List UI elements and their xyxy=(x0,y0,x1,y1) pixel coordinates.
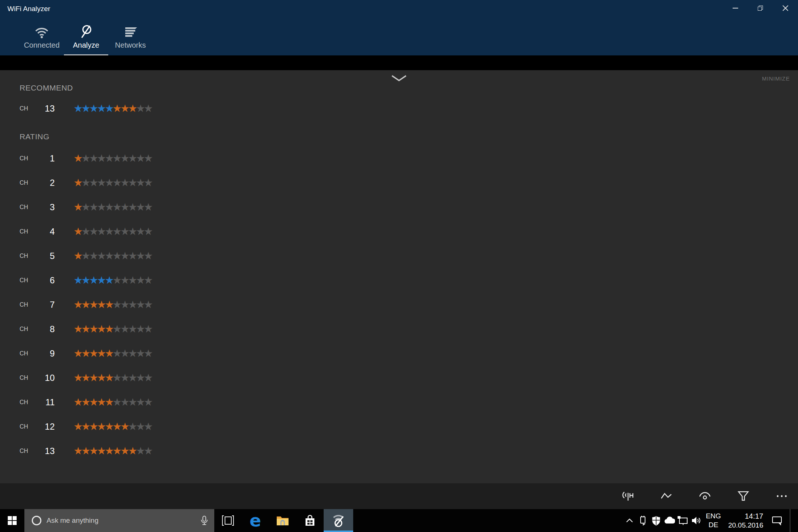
star-icon: ★ xyxy=(105,347,112,359)
star-icon: ★ xyxy=(144,372,151,384)
star-icon: ★ xyxy=(144,225,151,238)
star-icon: ★ xyxy=(120,177,128,189)
star-icon: ★ xyxy=(128,225,136,238)
channel-row: CH7★★★★★★★★★★ xyxy=(0,293,798,317)
notification-icon xyxy=(771,515,783,526)
star-icon: ★ xyxy=(105,274,112,286)
channel-number: 4 xyxy=(33,226,55,237)
star-icon: ★ xyxy=(81,152,89,164)
star-icon: ★ xyxy=(136,250,144,262)
channel-row: CH2★★★★★★★★★★ xyxy=(0,171,798,195)
filter-icon[interactable] xyxy=(733,486,754,507)
analyze-panel: MINIMIZE RECOMMEND CH13★★★★★★★★★★ RATING… xyxy=(0,70,798,483)
start-button[interactable] xyxy=(0,509,24,532)
search-box[interactable] xyxy=(24,509,214,532)
rating-header: RATING xyxy=(20,132,50,141)
star-rating: ★★★★★★★★★★ xyxy=(74,397,151,407)
star-icon: ★ xyxy=(97,396,105,408)
channel-row: CH10★★★★★★★★★★ xyxy=(0,366,798,390)
tab-analyze[interactable]: Analyze xyxy=(64,20,108,55)
signal-strength-icon[interactable] xyxy=(618,486,638,507)
channel-number: 3 xyxy=(33,202,55,212)
chart-line-icon[interactable] xyxy=(656,486,677,507)
task-view-button[interactable] xyxy=(214,509,242,532)
clock[interactable]: 14:17 20.05.2016 xyxy=(724,512,765,530)
chevron-down-icon[interactable] xyxy=(391,75,407,82)
tab-label: Networks xyxy=(115,41,146,50)
star-icon: ★ xyxy=(89,445,97,457)
taskbar-app-file-explorer[interactable] xyxy=(269,509,296,532)
star-icon: ★ xyxy=(97,250,105,262)
language-switcher[interactable]: ENG DE xyxy=(703,512,724,529)
star-icon: ★ xyxy=(89,201,97,213)
channel-label: CH xyxy=(20,277,33,284)
star-icon: ★ xyxy=(74,274,81,286)
star-icon: ★ xyxy=(105,201,112,213)
recommend-rows: CH13★★★★★★★★★★ xyxy=(0,97,798,120)
onedrive-cloud-icon[interactable] xyxy=(663,509,676,532)
notification-center-button[interactable] xyxy=(765,509,788,532)
star-icon: ★ xyxy=(128,445,136,457)
star-icon: ★ xyxy=(136,323,144,335)
star-icon: ★ xyxy=(81,250,89,262)
usb-icon[interactable] xyxy=(636,509,649,532)
more-ellipsis-icon[interactable] xyxy=(771,486,792,507)
rating-rows: CH1★★★★★★★★★★CH2★★★★★★★★★★CH3★★★★★★★★★★C… xyxy=(0,146,798,463)
star-icon: ★ xyxy=(97,201,105,213)
network-icon[interactable] xyxy=(676,509,689,532)
wifi-icon xyxy=(34,24,50,40)
channel-row: CH13★★★★★★★★★★ xyxy=(0,439,798,463)
channel-number: 1 xyxy=(33,153,55,164)
volume-icon[interactable] xyxy=(689,509,703,532)
microphone-icon[interactable] xyxy=(200,515,209,526)
star-icon: ★ xyxy=(105,250,112,262)
defender-shield-icon[interactable] xyxy=(649,509,663,532)
star-icon: ★ xyxy=(89,225,97,238)
star-icon: ★ xyxy=(144,396,151,408)
star-icon: ★ xyxy=(144,274,151,286)
wifi-analyzer-icon xyxy=(330,513,347,528)
chevron-up-icon[interactable] xyxy=(623,509,636,532)
channel-row: CH13★★★★★★★★★★ xyxy=(0,97,798,120)
star-icon: ★ xyxy=(113,274,120,286)
restore-button[interactable] xyxy=(748,0,773,16)
action-bar xyxy=(0,483,798,509)
star-icon: ★ xyxy=(144,445,151,457)
channel-label: CH xyxy=(20,423,33,430)
star-icon: ★ xyxy=(136,102,144,115)
taskbar-app-edge[interactable]: e xyxy=(242,509,269,532)
minimize-button[interactable] xyxy=(723,0,748,16)
star-icon: ★ xyxy=(136,420,144,433)
star-rating: ★★★★★★★★★★ xyxy=(74,202,151,212)
star-icon: ★ xyxy=(113,372,120,384)
star-icon: ★ xyxy=(97,225,105,238)
minimize-panel-button[interactable]: MINIMIZE xyxy=(762,75,790,82)
star-rating: ★★★★★★★★★★ xyxy=(74,275,151,286)
star-icon: ★ xyxy=(105,323,112,335)
star-icon: ★ xyxy=(136,201,144,213)
star-icon: ★ xyxy=(105,225,112,238)
star-icon: ★ xyxy=(113,177,120,189)
star-icon: ★ xyxy=(74,299,81,311)
show-desktop-button[interactable] xyxy=(790,509,798,532)
channel-label: CH xyxy=(20,448,33,454)
star-icon: ★ xyxy=(144,152,151,164)
star-icon: ★ xyxy=(74,102,81,115)
channel-number: 7 xyxy=(33,300,55,310)
star-icon: ★ xyxy=(89,372,97,384)
channel-label: CH xyxy=(20,180,33,186)
search-input[interactable] xyxy=(47,516,200,525)
access-point-icon[interactable] xyxy=(695,486,715,507)
close-button[interactable] xyxy=(773,0,798,16)
star-icon: ★ xyxy=(120,445,128,457)
star-rating: ★★★★★★★★★★ xyxy=(74,251,151,261)
taskbar-app-store[interactable] xyxy=(296,509,324,532)
star-icon: ★ xyxy=(81,201,89,213)
channel-row: CH6★★★★★★★★★★ xyxy=(0,268,798,293)
channel-label: CH xyxy=(20,399,33,406)
star-icon: ★ xyxy=(136,372,144,384)
taskbar-app-wifi-analyzer[interactable] xyxy=(324,509,353,532)
tab-networks[interactable]: Networks xyxy=(108,20,153,55)
tab-connected[interactable]: Connected xyxy=(20,20,64,55)
star-icon: ★ xyxy=(120,152,128,164)
